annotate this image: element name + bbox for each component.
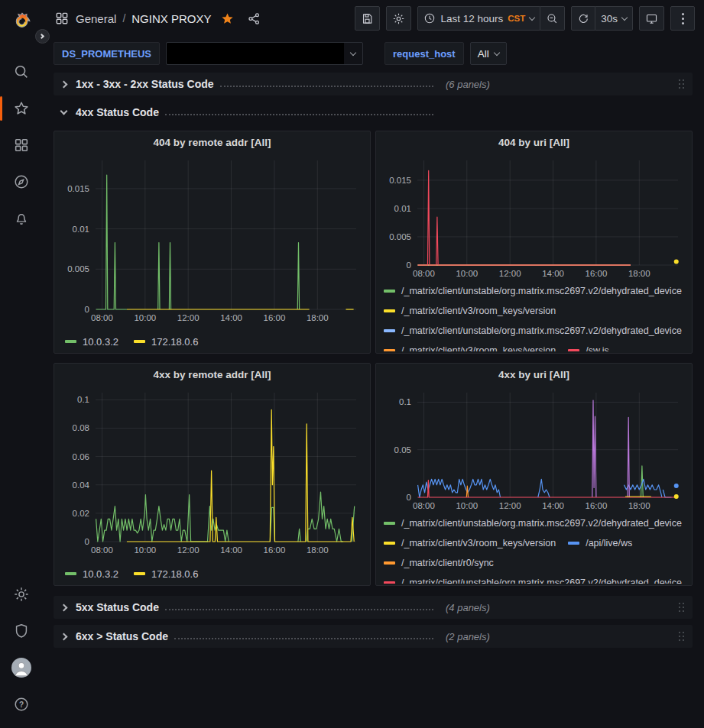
row-1xx-3xx-2xx-status-code[interactable]: 1xx - 3xx - 2xx Status Code (6 panels): [54, 73, 693, 95]
legend-item[interactable]: /_matrix/client/unstable/org.matrix.msc2…: [384, 513, 682, 533]
panel-title[interactable]: 4xx by uri [All]: [382, 364, 686, 387]
time-series-chart[interactable]: 08:0010:0012:0014:0016:0018:0000.0050.01…: [382, 154, 686, 281]
sidebar-item-search[interactable]: [0, 59, 42, 85]
legend-item[interactable]: /_matrix/client/unstable/org.matrix.msc2…: [384, 281, 682, 301]
legend-item[interactable]: 10.0.3.2: [65, 568, 118, 580]
more-options-button[interactable]: [670, 6, 695, 31]
refresh-button[interactable]: [571, 6, 595, 31]
row-4xx-status-code[interactable]: 4xx Status Code: [54, 102, 693, 123]
svg-text:0.015: 0.015: [67, 184, 89, 193]
save-dashboard-button[interactable]: [355, 6, 380, 31]
legend-item[interactable]: 172.18.0.6: [134, 336, 198, 348]
chevron-right-icon: [60, 603, 68, 611]
request-host-select[interactable]: All: [470, 42, 507, 65]
expand-sidebar-button[interactable]: [35, 29, 50, 44]
panel-title[interactable]: 4xx by remote addr [All]: [60, 364, 364, 387]
legend-swatch: [384, 349, 395, 351]
row-drag-handle[interactable]: [676, 77, 686, 92]
time-series-plot[interactable]: 08:0010:0012:0014:0016:0018:0000.050.1: [382, 387, 686, 513]
variables-bar: DS_PROMETHEUS request_host All: [42, 37, 704, 70]
legend-item[interactable]: /_matrix/client/v3/room_keys/version: [384, 341, 556, 351]
sidebar-item-explore[interactable]: [0, 169, 42, 195]
sidebar-item-server-admin[interactable]: [0, 618, 42, 644]
dashboard-title[interactable]: NGINX PROXY: [131, 12, 211, 25]
svg-text:16:00: 16:00: [586, 501, 608, 510]
dotted-leader: [165, 609, 433, 610]
legend-item[interactable]: /_matrix/client/v3/room_keys/version: [384, 533, 556, 553]
panel-legend: /_matrix/client/unstable/org.matrix.msc2…: [382, 281, 686, 351]
refresh-group: 30s: [571, 6, 633, 31]
legend-item[interactable]: /_matrix/client/unstable/org.matrix.msc2…: [384, 573, 682, 584]
legend-item[interactable]: /api/live/ws: [568, 533, 632, 553]
breadcrumb: General / NGINX PROXY: [54, 10, 264, 28]
share-alt-icon: [247, 11, 261, 26]
time-series-chart[interactable]: 08:0010:0012:0014:0016:0018:0000.0050.01…: [60, 154, 364, 325]
row-title: 5xx Status Code: [76, 601, 159, 613]
dashboard-settings-button[interactable]: [386, 6, 411, 31]
svg-text:16:00: 16:00: [264, 545, 286, 555]
legend-label: /_matrix/client/v3/room_keys/version: [401, 533, 556, 553]
breadcrumb-section[interactable]: General: [76, 12, 116, 25]
sidebar-item-dashboards[interactable]: [0, 132, 42, 158]
shield-icon: [13, 623, 30, 639]
star-filled-icon: [220, 11, 235, 26]
time-series-plot[interactable]: 08:0010:0012:0014:0016:0018:0000.0050.01…: [60, 154, 364, 325]
main-area: General / NGINX PROXY: [42, 0, 704, 728]
favorite-star-button[interactable]: [217, 10, 238, 28]
sidebar-item-alerting[interactable]: [0, 205, 42, 231]
svg-text:0.1: 0.1: [399, 397, 411, 406]
sidebar-item-user-profile[interactable]: [0, 655, 42, 681]
sidebar-item-help[interactable]: ?: [0, 691, 42, 717]
legend-item[interactable]: 10.0.3.2: [65, 336, 118, 348]
request-host-value: All: [478, 48, 489, 60]
chevron-down-icon: [493, 49, 499, 55]
legend-item[interactable]: /_matrix/client/r0/sync: [384, 553, 494, 573]
clock-icon: [423, 12, 436, 24]
row-panel-count: (4 panels): [446, 602, 490, 613]
time-series-plot[interactable]: 08:0010:0012:0014:0016:0018:0000.020.040…: [60, 387, 364, 558]
share-button[interactable]: [244, 10, 264, 28]
datasource-select[interactable]: [166, 42, 363, 65]
svg-text:0.1: 0.1: [77, 395, 89, 404]
dashboards-grid-icon: [13, 137, 30, 154]
zoom-out-button[interactable]: [540, 6, 565, 31]
row-drag-handle[interactable]: [676, 600, 686, 615]
sidebar-item-starred[interactable]: [0, 95, 42, 121]
time-range-picker[interactable]: Last 12 hours CST: [417, 6, 540, 31]
sidebar-bottom: ?: [0, 581, 42, 717]
dotted-leader: [220, 86, 433, 87]
panel-title[interactable]: 404 by remote addr [All]: [60, 131, 364, 154]
legend-item[interactable]: /sw.js: [568, 341, 609, 351]
refresh-icon: [577, 12, 589, 24]
chevron-down-icon: [621, 14, 628, 20]
svg-text:0.005: 0.005: [67, 264, 89, 273]
legend-item[interactable]: 172.18.0.6: [134, 568, 198, 580]
sidebar-item-configuration[interactable]: [0, 581, 42, 607]
cycle-view-mode-button[interactable]: [639, 6, 664, 31]
svg-text:08:00: 08:00: [91, 313, 113, 322]
bell-icon: [13, 210, 30, 227]
row-5xx-status-code[interactable]: 5xx Status Code (4 panels): [54, 596, 693, 619]
svg-text:0.015: 0.015: [389, 176, 411, 185]
time-series-chart[interactable]: 08:0010:0012:0014:0016:0018:0000.050.1: [382, 387, 686, 513]
chevron-down-icon: [529, 14, 535, 20]
svg-text:08:00: 08:00: [91, 545, 113, 555]
refresh-interval-picker[interactable]: 30s: [595, 6, 633, 31]
legend-swatch: [384, 542, 395, 545]
legend-item[interactable]: /_matrix/client/v3/room_keys/version: [384, 301, 556, 321]
time-series-plot[interactable]: 08:0010:0012:0014:0016:0018:0000.0050.01…: [382, 154, 686, 281]
legend-swatch: [384, 561, 395, 565]
row-drag-handle[interactable]: [676, 629, 686, 644]
time-series-chart[interactable]: 08:0010:0012:0014:0016:0018:0000.020.040…: [60, 387, 364, 558]
svg-text:10:00: 10:00: [134, 313, 156, 322]
svg-text:10:00: 10:00: [456, 269, 478, 278]
svg-text:0.005: 0.005: [389, 232, 411, 241]
chevron-right-icon: [39, 34, 44, 39]
svg-text:18:00: 18:00: [307, 545, 329, 555]
svg-text:14:00: 14:00: [220, 313, 242, 322]
row-6xx-status-code[interactable]: 6xx > Status Code (2 panels): [54, 625, 693, 648]
panel-title[interactable]: 404 by uri [All]: [382, 131, 686, 154]
grafana-logo[interactable]: [0, 8, 42, 34]
svg-text:14:00: 14:00: [542, 269, 564, 278]
legend-item[interactable]: /_matrix/client/unstable/org.matrix.msc2…: [384, 321, 682, 341]
